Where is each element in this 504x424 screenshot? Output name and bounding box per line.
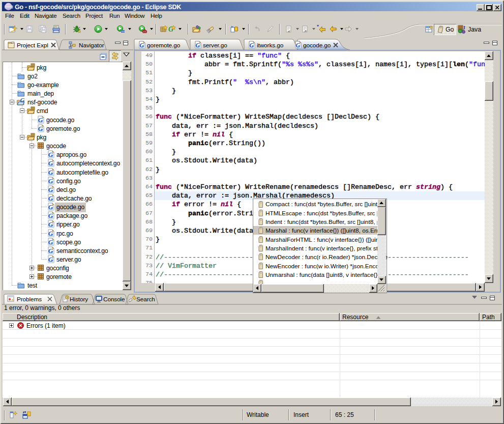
svg-text:G: G <box>296 42 301 49</box>
svg-text:G: G <box>48 212 53 219</box>
svg-text:G: G <box>48 203 53 211</box>
svg-text:G: G <box>48 247 53 255</box>
svg-text:G: G <box>48 220 53 228</box>
svg-text:G: G <box>38 116 43 124</box>
svg-text:*: * <box>317 25 319 30</box>
svg-text:G: G <box>48 186 53 193</box>
svg-text:G: G <box>48 151 53 158</box>
svg-text:G: G <box>48 194 53 202</box>
svg-text:G: G <box>48 168 53 176</box>
svg-text:G: G <box>48 177 53 185</box>
svg-text:G: G <box>250 42 254 49</box>
svg-text:G: G <box>48 256 53 263</box>
svg-text:G: G <box>20 98 25 104</box>
svg-text:G: G <box>48 159 53 167</box>
svg-text:G: G <box>140 42 144 49</box>
svg-text:G: G <box>48 230 53 237</box>
svg-text:G: G <box>196 42 200 49</box>
svg-text:G: G <box>38 125 43 132</box>
svg-text:J: J <box>463 25 466 31</box>
svg-text:G: G <box>48 238 53 246</box>
